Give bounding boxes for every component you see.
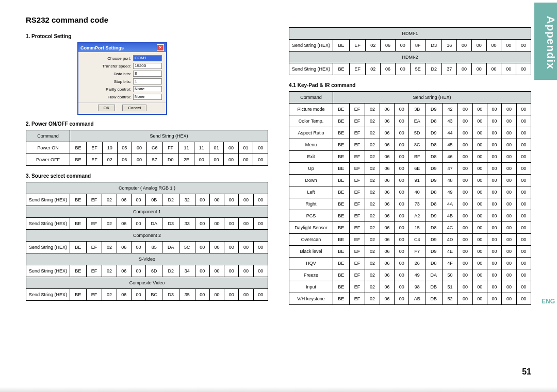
hex-cell: 44 (442, 127, 458, 139)
hex-cell: 00 (458, 115, 472, 127)
col-command: Command (26, 130, 70, 142)
hex-cell: 05 (117, 142, 132, 154)
field-label: Parity control: (106, 87, 131, 92)
field-value[interactable]: None (133, 94, 162, 100)
hex-cell: 00 (472, 139, 487, 151)
hex-cell: 00 (502, 234, 516, 246)
hex-cell: 00 (487, 163, 501, 175)
hex-cell: 00 (253, 154, 268, 166)
hex-cell: D2 (162, 265, 179, 277)
command-name: Daylight Sensor (289, 222, 333, 234)
hex-cell: 32 (179, 194, 195, 206)
hex-cell: 00 (131, 242, 145, 253)
table-row: UpBEEF0206006ED9470000000000 (289, 163, 531, 175)
dialog-field-row: Flow control:None (83, 94, 162, 100)
hex-cell: 00 (239, 242, 253, 253)
hex-cell: 02 (365, 175, 380, 186)
hex-cell: 4B (442, 210, 458, 222)
hex-cell: 35 (179, 289, 195, 301)
field-value[interactable]: 1 (133, 78, 162, 84)
hex-cell: 00 (458, 175, 472, 186)
command-name: Freeze (289, 269, 333, 281)
hex-cell: 06 (117, 218, 131, 230)
hex-cell: 06 (380, 281, 394, 293)
close-icon[interactable]: × (157, 44, 164, 51)
hex-cell: DB (425, 293, 442, 305)
hex-cell: BE (333, 269, 350, 281)
power-heading: 2. Power ON/OFF command (26, 121, 268, 127)
hex-cell: DA (162, 242, 179, 253)
hex-cell: BE (333, 210, 350, 222)
hex-cell: 00 (487, 186, 501, 198)
hex-cell: 00 (516, 246, 531, 258)
hex-cell: EF (349, 258, 365, 269)
hex-cell: D8 (425, 151, 442, 163)
hex-cell: 00 (487, 222, 501, 234)
table-row: FreezeBEEF02060049DA500000000000 (289, 269, 531, 281)
hex-cell: 00 (395, 139, 409, 151)
hex-cell: 00 (487, 198, 501, 210)
hex-cell: 00 (472, 222, 487, 234)
hex-cell: D0 (162, 154, 178, 166)
table-row: Send String (HEX)BEEF0206005ED2370000000… (289, 63, 531, 75)
hex-cell: 00 (395, 104, 409, 115)
hex-cell: EF (349, 163, 365, 175)
field-value[interactable]: 19200 (133, 63, 162, 69)
hex-cell: 00 (224, 142, 239, 154)
hex-cell: EF (349, 198, 365, 210)
hex-cell: 2E (178, 154, 194, 166)
hex-cell: EF (349, 234, 365, 246)
cancel-button[interactable]: Cancel (122, 105, 146, 111)
hex-cell: EF (349, 151, 365, 163)
hex-cell: BE (70, 194, 87, 206)
hex-cell: EF (349, 246, 365, 258)
group-title: Composite Video (26, 277, 268, 289)
field-value[interactable]: 8 (133, 71, 162, 77)
field-value[interactable]: None (133, 86, 162, 92)
hex-cell: EF (86, 289, 102, 301)
hex-cell: D9 (425, 175, 442, 186)
hex-cell: 01 (209, 142, 224, 154)
hex-cell: BE (333, 163, 350, 175)
table-row: Daylight SensorBEEF02060015D84C000000000… (289, 222, 531, 234)
hex-cell: 06 (380, 175, 394, 186)
command-name: Down (289, 175, 333, 186)
group-title: S-Video (26, 253, 268, 265)
hex-cell: 00 (487, 258, 501, 269)
command-name: Power OFF (26, 154, 70, 166)
hex-cell: 00 (239, 194, 253, 206)
command-name: Menu (289, 139, 333, 151)
hex-cell: EF (349, 127, 365, 139)
hex-cell: EF (350, 63, 366, 75)
hex-cell: 02 (365, 246, 380, 258)
hex-cell: D8 (425, 186, 442, 198)
hex-cell: D2 (162, 194, 179, 206)
power-table: CommandSend String (HEX)Power ONBEEF1005… (26, 130, 268, 166)
hex-cell: 00 (486, 63, 501, 75)
hex-cell: 06 (380, 104, 394, 115)
hex-cell: 06 (117, 265, 131, 277)
hex-cell: 02 (102, 218, 117, 230)
dialog-field-row: Data bits:8 (83, 71, 162, 77)
hex-cell: 00 (458, 163, 472, 175)
hex-cell: 43 (442, 115, 458, 127)
hex-cell: 06 (381, 40, 396, 52)
table-row: Color Temp.BEEF020600EAD8430000000000 (289, 115, 531, 127)
ok-button[interactable]: OK (98, 105, 116, 111)
hex-cell: 85 (146, 242, 162, 253)
hex-cell: 49 (442, 186, 458, 198)
hex-cell: EF (349, 269, 365, 281)
hex-cell: BE (333, 175, 350, 186)
hex-cell: 11 (178, 142, 194, 154)
field-value[interactable]: COM1 (133, 55, 162, 61)
table-row: Send String (HEX)BEEF020600DAD3330000000… (26, 218, 268, 230)
table-row: Power ONBEEF100500C6FF111101000100 (26, 142, 268, 154)
hex-cell: DA (425, 269, 442, 281)
hex-cell: BE (333, 281, 350, 293)
table-row: Send String (HEX)BEEF0206006DD2340000000… (26, 265, 268, 277)
hex-cell: 46 (442, 151, 458, 163)
keypad-heading: 4.1 Key-Pad & IR command (289, 82, 531, 88)
hex-cell: 00 (224, 289, 239, 301)
hex-cell: 00 (516, 151, 531, 163)
hex-cell: 06 (380, 210, 394, 222)
